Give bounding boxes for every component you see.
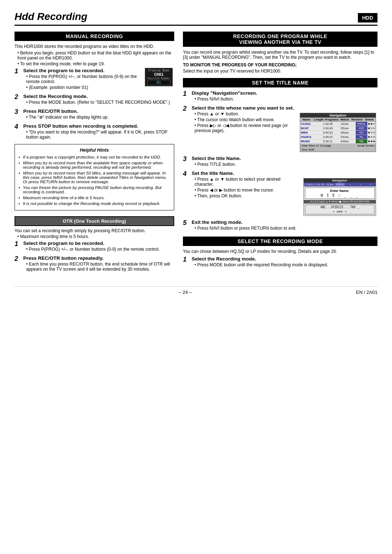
otr-step-2: 2 Press REC/OTR button repeatedly. Each … [15,255,174,273]
recording-mode-step1-body: Press MODE button until the required Rec… [195,262,377,267]
step-4: 4 Press STOP button when recording is co… [15,123,174,141]
monitor-body: Select the input on your TV reserved for… [183,69,377,74]
recording-mode-step1-title: Select the Recording mode. [192,256,377,262]
manual-recording-intro: This HDR1000 stores the recorded program… [15,44,174,49]
monitor-subheader: TO MONITOR THE PROGRESS OF YOUR RECORDIN… [183,62,377,67]
title-step3-title: Select the title Name. [192,156,377,161]
otr-section: OTR (One Touch Recording) You can set a … [15,216,174,273]
title-step-2: 2 Select the title whose name you want t… [183,105,377,153]
nav-row: MUSIC 0:30:11 24Dec NE [300,139,376,144]
title-step3-body: Press TITLE button. [195,162,377,167]
select-recording-mode-section: SELECT THE RECORDING MODE You can chose … [183,237,377,269]
otr-header: OTR (One Touch Recording) [15,216,174,226]
nav-row: CCAS1 1:32:35 10Jun PRO1 [300,122,376,126]
nav-row: OSAKA 1:00:22 03Jun RL [300,135,376,139]
title-step-5: 5 Exit the setting mode. Press NAVI butt… [183,219,377,232]
recording-mode-step-1: 1 Select the Recording mode. Press MODE … [183,256,377,269]
title-step4-title: Set the title Name. [192,171,376,176]
set-title-name-header: SET THE TITLE NAME [183,78,377,87]
otr-step-1: 1 Select the program to be recorded. Pre… [15,241,174,253]
step2-title: Select the Recording mode. [23,94,174,99]
hint-4: Maximum recording time of a title is 5 h… [19,196,170,200]
otr-step2-body: Each time you press REC/OTR button, the … [26,262,174,272]
hint-3: You can freeze the picture by pressing P… [19,185,170,194]
page-footer: – 24 – EN / 2A01 [15,286,377,295]
recording-while-viewing-section: RECORDING ONE PROGRAM WHILE VIEWING ANOT… [183,32,377,74]
title-step5-title: Exit the setting mode. [192,219,377,225]
left-column: MANUAL RECORDING This HDR1000 stores the… [15,32,174,275]
hint-0: If a program has a copyright protection,… [19,155,170,159]
title-step1-body: Press NAVI button. [195,97,377,102]
step3-body: The "⊕" indicator on the display lights … [26,115,174,120]
step3-title: Press REC/OTR button. [23,108,174,114]
hdd-badge: HDD [358,13,377,22]
char-palette: ABC...XYZ0123....789 _ ← ⊙⊙⊙ → [305,205,375,214]
hint-5: It is not possible to change the Recordi… [19,201,170,206]
title-step1-title: Display "Navigation"screen. [192,90,377,96]
otr-step1-title: Select the program to be recorded. [23,241,174,246]
step4-title: Press STOP button when recording is comp… [23,123,174,129]
title-step-4: 4 Set the title Name. Navigation CCAS1 1… [183,171,377,217]
manual-recording-section: MANUAL RECORDING This HDR1000 stores the… [15,32,174,210]
hints-title: Helpful Hints [19,147,170,153]
otr-step1-body: Press P(PROG) +/–, or Number buttons (0-… [26,247,174,252]
title-step5-body: Press NAVI button or press RETURN button… [195,226,377,231]
enter-name-box: Enter Name: W I E ⬚ _ _ _ [305,188,375,199]
helpful-hints-box: Helpful Hints If a program has a copyrig… [15,144,174,210]
hint-2: When you try to record more than 50 titl… [19,171,170,184]
select-recording-mode-intro: You can chose between HQ,SQ or LP modes … [183,249,377,254]
bullet-item: To set the recording mode, refer to page… [17,61,174,66]
select-recording-mode-header: SELECT THE RECORDING MODE [183,237,377,246]
program-display: Program Name CH01 Position Number 01 [145,68,173,86]
manual-recording-header: MANUAL RECORDING [15,32,174,41]
title-step-1: 1 Display "Navigation"screen. Press NAVI… [183,90,377,103]
step4-body: "Do you want to stop the recording?" wil… [26,130,174,140]
otr-intro: You can set a recording length simply by… [15,228,174,233]
title-step-3: 3 Select the title Name. Press TITLE but… [183,156,377,168]
manual-recording-bullets: Before you begin, press HDD button so th… [15,50,174,66]
step-3: 3 Press REC/OTR button. The "⊕" indicato… [15,108,174,121]
bullet-item: Before you begin, press HDD button so th… [17,50,174,61]
recording-while-viewing-intro: You can record one program whilst viewin… [183,50,377,60]
step-1: 1 Program Name CH01 Position Number 01 S… [15,68,174,91]
recording-while-viewing-header: RECORDING ONE PROGRAM WHILE VIEWING ANOT… [183,32,377,47]
hints-list: If a program has a copyright protection,… [19,155,170,206]
otr-bullet1: Maximum recording time is 5 hours. [17,234,174,239]
step-2: 2 Select the Recording mode. Press the M… [15,94,174,106]
navigation-screen-1: Navigation Name Length Programs Watch Re… [300,113,376,152]
page-title: Hdd Recording HDD [15,11,377,26]
footer-page-number: – 24 – [179,290,192,295]
right-column: RECORDING ONE PROGRAM WHILE VIEWING ANOT… [183,32,377,275]
step2-body: Press the MODE button. (Refer to "SELECT… [26,100,174,105]
navigation-screen-2: Navigation CCAS1 1:32:35 10Jun PRO1 ○ ○ … [303,178,376,216]
hint-1: When you try to record more than the ava… [19,161,170,169]
title-step2-title: Select the title whose name you want to … [192,105,376,111]
nav-row: BCAT 2:30:43 05Jun 2SF [300,126,376,131]
set-title-name-section: SET THE TITLE NAME 1 Display "Navigation… [183,78,377,232]
nav-row: WEN 0:00:10 06Jun NV [300,131,376,135]
footer-code: EN / 2A01 [356,290,377,295]
otr-step2-title: Press REC/OTR button repeatedly. [23,255,174,261]
